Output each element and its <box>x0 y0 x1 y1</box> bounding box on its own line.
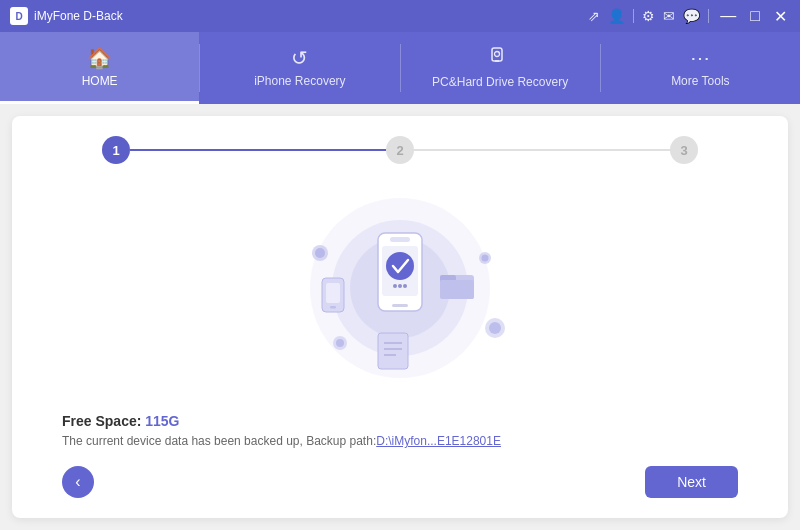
svg-point-20 <box>403 284 407 288</box>
nav-bar: 🏠 HOME ↺ iPhone Recovery PC&Hard Drive R… <box>0 32 800 104</box>
nav-home[interactable]: 🏠 HOME <box>0 32 199 104</box>
free-space-label: Free Space: <box>62 413 145 429</box>
title-bar: D iMyFone D-Back ⇗ 👤 ⚙ ✉ 💬 — □ ✕ <box>0 0 800 32</box>
svg-rect-24 <box>440 280 474 299</box>
nav-home-label: HOME <box>82 74 118 88</box>
title-bar-controls: ⇗ 👤 ⚙ ✉ 💬 — □ ✕ <box>588 7 790 26</box>
email-icon[interactable]: ✉ <box>663 8 675 24</box>
chat-icon[interactable]: 💬 <box>683 8 700 24</box>
pc-recovery-icon <box>489 44 511 71</box>
nav-pc-label: PC&Hard Drive Recovery <box>432 75 568 89</box>
separator-2 <box>708 9 709 23</box>
info-area: Free Space: 115G The current device data… <box>42 402 758 458</box>
back-button[interactable]: ‹ <box>62 466 94 498</box>
svg-point-9 <box>482 255 489 262</box>
backup-path[interactable]: D:\iMyfon...E1E12801E <box>376 434 501 448</box>
step-2: 2 <box>386 136 414 164</box>
svg-point-17 <box>386 252 414 280</box>
nav-pc-recovery[interactable]: PC&Hard Drive Recovery <box>401 32 600 104</box>
maximize-button[interactable]: □ <box>747 7 763 25</box>
svg-rect-15 <box>390 237 410 242</box>
svg-rect-26 <box>326 283 340 303</box>
illustration-area <box>42 174 758 402</box>
svg-point-18 <box>393 284 397 288</box>
free-space-row: Free Space: 115G <box>62 412 738 430</box>
svg-rect-0 <box>492 48 502 61</box>
main-content: 1 2 3 <box>12 116 788 518</box>
svg-point-1 <box>495 52 500 57</box>
nav-more-tools[interactable]: ⋯ More Tools <box>601 32 800 104</box>
free-space-value: 115G <box>145 413 179 429</box>
svg-rect-21 <box>392 304 408 307</box>
svg-rect-28 <box>378 333 408 369</box>
svg-point-7 <box>315 248 325 258</box>
step-1: 1 <box>102 136 130 164</box>
minimize-button[interactable]: — <box>717 7 739 25</box>
backup-text: The current device data has been backed … <box>62 434 376 448</box>
iphone-recovery-icon: ↺ <box>291 46 308 70</box>
next-button[interactable]: Next <box>645 466 738 498</box>
more-tools-icon: ⋯ <box>690 46 710 70</box>
svg-rect-27 <box>330 306 336 309</box>
svg-point-11 <box>489 322 501 334</box>
user-icon[interactable]: 👤 <box>608 8 625 24</box>
nav-more-label: More Tools <box>671 74 729 88</box>
nav-iphone-label: iPhone Recovery <box>254 74 345 88</box>
app-logo: D <box>10 7 28 25</box>
svg-point-13 <box>336 339 344 347</box>
step-line-1 <box>130 149 386 151</box>
home-icon: 🏠 <box>87 46 112 70</box>
close-button[interactable]: ✕ <box>771 7 790 26</box>
separator-1 <box>633 9 634 23</box>
bottom-bar: ‹ Next <box>42 458 758 502</box>
title-bar-left: D iMyFone D-Back <box>10 7 123 25</box>
step-indicator: 1 2 3 <box>42 136 758 164</box>
app-title: iMyFone D-Back <box>34 9 123 23</box>
step-3: 3 <box>670 136 698 164</box>
backup-info: The current device data has been backed … <box>62 434 738 448</box>
main-illustration <box>240 178 560 398</box>
svg-point-19 <box>398 284 402 288</box>
share-icon[interactable]: ⇗ <box>588 8 600 24</box>
step-line-2 <box>414 149 670 151</box>
nav-iphone-recovery[interactable]: ↺ iPhone Recovery <box>200 32 399 104</box>
settings-icon[interactable]: ⚙ <box>642 8 655 24</box>
